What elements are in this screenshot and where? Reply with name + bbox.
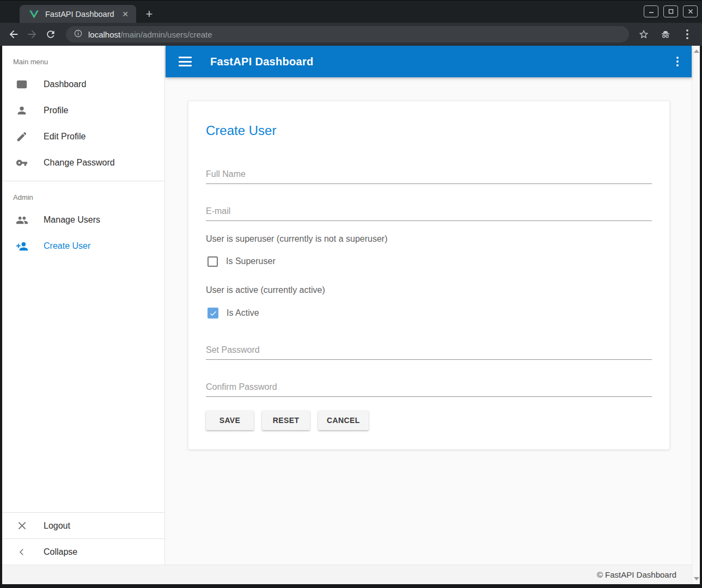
- url-host: localhost: [88, 30, 120, 39]
- set-password-field-wrapper: [206, 340, 652, 360]
- main-content: Create User User is superuser (currently…: [166, 77, 692, 565]
- copyright-text: © FastAPI Dashboard: [597, 570, 676, 579]
- checkbox-unchecked-icon[interactable]: [207, 256, 218, 267]
- sidebar-section-label: Admin: [2, 181, 164, 207]
- dashboard-icon: [15, 78, 28, 91]
- tab-title: FastAPI Dashboard: [45, 10, 120, 19]
- full-name-input[interactable]: [206, 164, 652, 184]
- email-input[interactable]: [206, 201, 652, 221]
- cancel-button[interactable]: CANCEL: [318, 411, 369, 430]
- sidebar-item-label: Create User: [44, 241, 90, 251]
- sidebar-item-label: Manage Users: [44, 215, 100, 225]
- chevron-left-icon: [15, 546, 28, 559]
- create-user-card: Create User User is superuser (currently…: [188, 101, 670, 450]
- reset-button[interactable]: RESET: [262, 411, 310, 430]
- sidebar-item-label: Logout: [44, 521, 70, 531]
- app-header: FastAPI Dashboard: [166, 46, 692, 77]
- checkbox-label: Is Active: [227, 308, 259, 318]
- app-title: FastAPI Dashboard: [210, 56, 676, 68]
- page-footer: © FastAPI Dashboard: [2, 565, 692, 584]
- set-password-input[interactable]: [206, 340, 652, 360]
- email-field-wrapper: [206, 201, 652, 221]
- sidebar-item-create-user[interactable]: Create User: [2, 233, 164, 259]
- page-scrollbar[interactable]: [692, 46, 700, 584]
- sidebar-item-label: Profile: [44, 106, 68, 115]
- sidebar: Main menu Dashboard Profile Edit Profile: [2, 46, 165, 565]
- pencil-icon: [15, 130, 28, 143]
- toolbar-actions: [636, 26, 695, 42]
- close-window-button[interactable]: [683, 5, 698, 17]
- maximize-button[interactable]: [663, 5, 678, 17]
- minimize-button[interactable]: [644, 5, 658, 17]
- hamburger-menu-icon[interactable]: [179, 57, 192, 66]
- sidebar-item-label: Change Password: [44, 158, 115, 168]
- browser-titlebar: FastAPI Dashboard ✕ +: [0, 0, 702, 23]
- close-icon: [15, 519, 28, 532]
- sidebar-item-edit-profile[interactable]: Edit Profile: [2, 124, 164, 150]
- sidebar-item-change-password[interactable]: Change Password: [2, 150, 164, 176]
- sidebar-item-collapse[interactable]: Collapse: [2, 538, 164, 565]
- checkbox-label: Is Superuser: [226, 256, 276, 266]
- back-button[interactable]: [5, 26, 22, 43]
- url-path: /main/admin/users/create: [120, 30, 212, 39]
- sidebar-item-manage-users[interactable]: Manage Users: [2, 207, 164, 233]
- sidebar-bottom: Logout Collapse: [2, 512, 164, 565]
- window-controls: [644, 5, 698, 17]
- person-add-icon: [15, 240, 28, 253]
- browser-toolbar: localhost/main/admin/users/create: [0, 23, 702, 46]
- active-hint-text: User is active (currently active): [206, 284, 652, 296]
- people-icon: [15, 213, 28, 226]
- is-superuser-checkbox-row[interactable]: Is Superuser: [206, 254, 652, 269]
- full-name-field-wrapper: [206, 164, 652, 184]
- scroll-up-arrow-icon[interactable]: [694, 50, 699, 53]
- sidebar-item-label: Collapse: [44, 547, 77, 557]
- sidebar-item-logout[interactable]: Logout: [2, 512, 164, 538]
- site-info-icon[interactable]: [74, 29, 83, 40]
- browser-tab[interactable]: FastAPI Dashboard ✕: [20, 5, 136, 23]
- reload-button[interactable]: [42, 26, 59, 43]
- browser-menu-kebab-icon[interactable]: [679, 26, 695, 42]
- scroll-down-arrow-icon[interactable]: [694, 577, 699, 580]
- sidebar-item-label: Dashboard: [44, 79, 86, 89]
- new-tab-button[interactable]: +: [142, 7, 157, 22]
- person-icon: [15, 104, 28, 117]
- sidebar-item-dashboard[interactable]: Dashboard: [2, 71, 164, 97]
- key-icon: [15, 156, 28, 169]
- incognito-icon: [657, 26, 674, 42]
- sidebar-section-label: Main menu: [2, 46, 164, 71]
- vue-logo-icon: [29, 10, 39, 19]
- form-buttons: SAVE RESET CANCEL: [206, 411, 652, 430]
- app-menu-kebab-icon[interactable]: [676, 57, 679, 66]
- browser-window: FastAPI Dashboard ✕ +: [0, 0, 702, 588]
- confirm-password-field-wrapper: [206, 377, 652, 397]
- checkbox-checked-icon[interactable]: [207, 308, 218, 318]
- address-bar[interactable]: localhost/main/admin/users/create: [66, 26, 629, 42]
- save-button[interactable]: SAVE: [206, 411, 254, 430]
- is-active-checkbox-row[interactable]: Is Active: [206, 305, 652, 321]
- forward-button[interactable]: [23, 26, 41, 43]
- page-title: Create User: [206, 123, 652, 138]
- tab-close-icon[interactable]: ✕: [120, 9, 131, 20]
- app-page: Main menu Dashboard Profile Edit Profile: [2, 46, 700, 584]
- sidebar-item-profile[interactable]: Profile: [2, 97, 164, 124]
- bookmark-star-icon[interactable]: [636, 26, 652, 42]
- sidebar-item-label: Edit Profile: [44, 132, 86, 142]
- superuser-hint-text: User is superuser (currently is not a su…: [206, 233, 652, 245]
- confirm-password-input[interactable]: [206, 377, 652, 397]
